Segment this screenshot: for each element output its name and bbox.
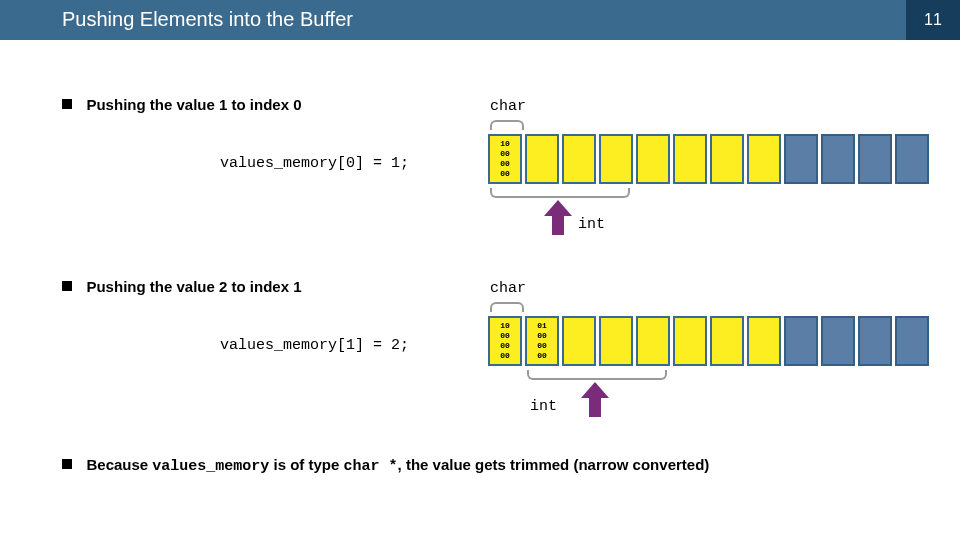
slide-title: Pushing Elements into the Buffer <box>62 8 353 31</box>
up-arrow-icon <box>585 382 605 416</box>
text-suffix: , the value gets trimmed (narrow convert… <box>398 456 710 473</box>
buffer-cell-blue <box>858 134 892 184</box>
code-line-1: values_memory[0] = 1; <box>220 155 409 172</box>
buffer-cell-blue <box>858 316 892 366</box>
int-bracket-2 <box>527 370 667 380</box>
buffer-cell-yellow <box>562 134 596 184</box>
buffer-cell-yellow <box>599 134 633 184</box>
buffer-cell-yellow: 10000000 <box>488 316 522 366</box>
buffer-cell-yellow: 01000000 <box>525 316 559 366</box>
bullet-text-2: Pushing the value 2 to index 1 <box>86 278 301 295</box>
code-type: char * <box>344 458 398 475</box>
square-bullet-icon <box>62 281 72 291</box>
buffer-2: 1000000001000000 <box>488 316 930 366</box>
bullet-text-1: Pushing the value 1 to index 0 <box>86 96 301 113</box>
buffer-cell-yellow <box>562 316 596 366</box>
up-arrow-icon <box>548 200 568 234</box>
byte-values: 01000000 <box>527 321 557 361</box>
buffer-cell-blue <box>821 316 855 366</box>
buffer-cell-yellow <box>673 134 707 184</box>
int-label-2: int <box>530 398 557 415</box>
text-mid: is of type <box>269 456 343 473</box>
buffer-cell-yellow <box>636 134 670 184</box>
buffer-cell-yellow <box>636 316 670 366</box>
byte-values: 10000000 <box>490 321 520 361</box>
buffer-cell-yellow: 10000000 <box>488 134 522 184</box>
square-bullet-icon <box>62 459 72 469</box>
buffer-cell-blue <box>895 134 929 184</box>
char-label-2: char <box>490 280 526 297</box>
page-number-box: 11 <box>906 0 960 40</box>
buffer-cell-yellow <box>673 316 707 366</box>
code-line-2: values_memory[1] = 2; <box>220 337 409 354</box>
buffer-cell-blue <box>784 316 818 366</box>
buffer-cell-blue <box>784 134 818 184</box>
buffer-cell-yellow <box>710 316 744 366</box>
title-bar: Pushing Elements into the Buffer <box>0 0 960 40</box>
page-number: 11 <box>924 11 942 29</box>
bullet-row-3: Because values_memory is of type char *,… <box>62 456 920 475</box>
byte-values: 10000000 <box>490 139 520 179</box>
buffer-cell-blue <box>895 316 929 366</box>
buffer-cell-yellow <box>747 134 781 184</box>
buffer-cell-blue <box>821 134 855 184</box>
text-prefix: Because <box>86 456 152 473</box>
char-label-1: char <box>490 98 526 115</box>
buffer-cell-yellow <box>525 134 559 184</box>
buffer-cell-yellow <box>747 316 781 366</box>
int-bracket-1 <box>490 188 630 198</box>
char-bracket-1 <box>490 120 524 130</box>
code-ident: values_memory <box>152 458 269 475</box>
bullet-text-3: Because values_memory is of type char *,… <box>86 456 709 473</box>
buffer-cell-yellow <box>710 134 744 184</box>
buffer-cell-yellow <box>599 316 633 366</box>
char-bracket-2 <box>490 302 524 312</box>
buffer-1: 10000000 <box>488 134 930 184</box>
int-label-1: int <box>578 216 605 233</box>
square-bullet-icon <box>62 99 72 109</box>
